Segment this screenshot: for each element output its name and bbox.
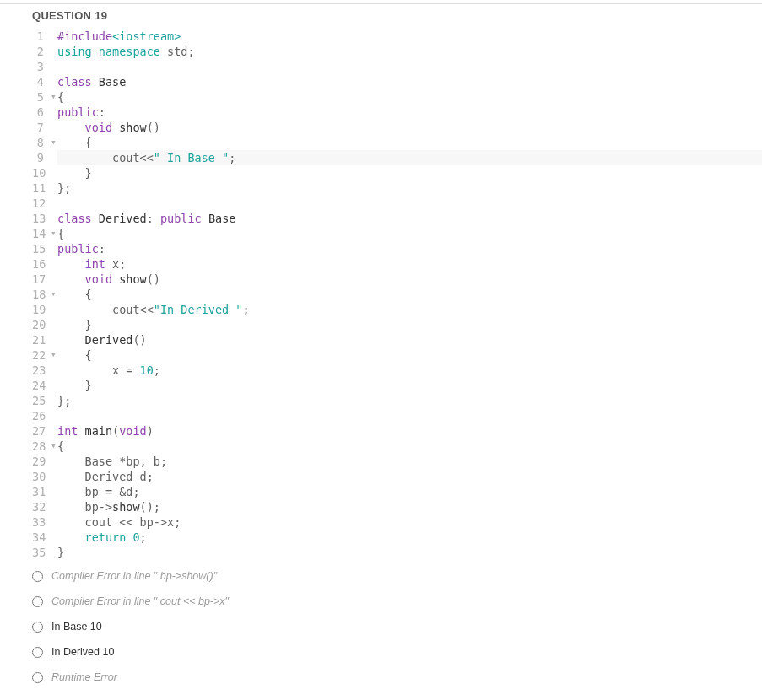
code-line: 6public: — [32, 105, 762, 120]
code-line: 31 bp = &d; — [32, 484, 762, 499]
code-content: x = 10; — [57, 363, 762, 378]
answer-radio[interactable] — [32, 596, 43, 607]
code-line: 9 cout<<" In Base "; — [32, 150, 762, 165]
fold-marker-icon[interactable]: ▾ — [51, 89, 57, 105]
fold-marker-icon — [51, 59, 57, 74]
code-content: } — [57, 378, 762, 393]
line-number: 21 — [32, 332, 51, 347]
line-number: 19 — [32, 302, 51, 317]
code-content: public: — [57, 105, 762, 120]
fold-marker-icon — [51, 272, 57, 287]
line-number: 31 — [32, 484, 51, 499]
code-line: 25}; — [32, 393, 762, 408]
answer-options: Compiler Error in line " bp->show()"Comp… — [32, 570, 762, 683]
fold-marker-icon[interactable]: ▾ — [51, 347, 57, 363]
code-line: 3 — [32, 59, 762, 74]
code-content: { — [57, 287, 762, 302]
code-content: cout<<" In Base "; — [57, 150, 762, 165]
answer-label: In Base 10 — [51, 621, 102, 633]
code-line: 10 } — [32, 165, 762, 180]
fold-marker-icon — [51, 363, 57, 378]
code-line: 27int main(void) — [32, 423, 762, 439]
fold-marker-icon — [51, 454, 57, 469]
fold-marker-icon — [51, 484, 57, 499]
fold-marker-icon — [51, 120, 57, 135]
code-line: 30 Derived d; — [32, 469, 762, 484]
answer-option[interactable]: Runtime Error — [32, 671, 762, 683]
code-line: 35} — [32, 545, 762, 560]
fold-marker-icon — [51, 317, 57, 332]
line-number: 35 — [32, 545, 51, 560]
code-content: class Base — [57, 74, 762, 89]
code-line: 16 int x; — [32, 256, 762, 272]
line-number: 17 — [32, 272, 51, 287]
fold-marker-icon — [51, 545, 57, 560]
line-number: 4 — [32, 74, 51, 89]
line-number: 9 — [32, 150, 51, 165]
answer-label: In Derived 10 — [51, 646, 114, 658]
code-content: cout<<"In Derived "; — [57, 302, 762, 317]
code-content: public: — [57, 241, 762, 256]
line-number: 8 — [32, 135, 51, 150]
fold-marker-icon — [51, 514, 57, 530]
fold-marker-icon — [51, 499, 57, 514]
answer-option[interactable]: In Base 10 — [32, 621, 762, 633]
fold-marker-icon — [51, 423, 57, 439]
question-container: QUESTION 19 1#include<iostream>2using na… — [0, 4, 762, 683]
line-number: 6 — [32, 105, 51, 120]
code-content: { — [57, 439, 762, 454]
answer-label: Runtime Error — [51, 671, 117, 683]
line-number: 33 — [32, 514, 51, 530]
code-line: 20 } — [32, 317, 762, 332]
line-number: 2 — [32, 44, 51, 59]
answer-option[interactable]: Compiler Error in line " bp->show()" — [32, 570, 762, 582]
code-line: 26 — [32, 408, 762, 423]
question-title: QUESTION 19 — [32, 9, 762, 22]
code-line: 13class Derived: public Base — [32, 211, 762, 226]
code-line: 5▾{ — [32, 89, 762, 105]
code-content: } — [57, 545, 762, 560]
answer-radio[interactable] — [32, 647, 43, 658]
code-line: 14▾{ — [32, 226, 762, 241]
code-line: 22▾ { — [32, 347, 762, 363]
answer-option[interactable]: Compiler Error in line " cout << bp->x" — [32, 595, 762, 607]
code-content: { — [57, 226, 762, 241]
code-content: } — [57, 165, 762, 180]
line-number: 16 — [32, 256, 51, 272]
line-number: 15 — [32, 241, 51, 256]
code-content: }; — [57, 180, 762, 196]
line-number: 5 — [32, 89, 51, 105]
line-number: 23 — [32, 363, 51, 378]
line-number: 1 — [32, 29, 51, 44]
fold-marker-icon[interactable]: ▾ — [51, 439, 57, 454]
answer-radio[interactable] — [32, 622, 43, 633]
line-number: 12 — [32, 196, 51, 211]
line-number: 27 — [32, 423, 51, 439]
fold-marker-icon[interactable]: ▾ — [51, 226, 57, 241]
fold-marker-icon — [51, 393, 57, 408]
fold-marker-icon[interactable]: ▾ — [51, 287, 57, 302]
code-line: 17 void show() — [32, 272, 762, 287]
code-line: 18▾ { — [32, 287, 762, 302]
code-content: Derived() — [57, 332, 762, 347]
fold-marker-icon — [51, 150, 57, 165]
line-number: 14 — [32, 226, 51, 241]
code-content: int x; — [57, 256, 762, 272]
line-number: 7 — [32, 120, 51, 135]
fold-marker-icon[interactable]: ▾ — [51, 135, 57, 150]
line-number: 32 — [32, 499, 51, 514]
code-line: 24 } — [32, 378, 762, 393]
code-line: 11}; — [32, 180, 762, 196]
code-content: return 0; — [57, 530, 762, 545]
code-content: class Derived: public Base — [57, 211, 762, 226]
code-content: { — [57, 89, 762, 105]
code-content: int main(void) — [57, 423, 762, 439]
code-line: 34 return 0; — [32, 530, 762, 545]
code-content: using namespace std; — [57, 44, 762, 59]
answer-radio[interactable] — [32, 672, 43, 683]
answer-radio[interactable] — [32, 571, 43, 582]
answer-option[interactable]: In Derived 10 — [32, 646, 762, 658]
code-line: 32 bp->show(); — [32, 499, 762, 514]
line-number: 30 — [32, 469, 51, 484]
code-content: bp = &d; — [57, 484, 762, 499]
